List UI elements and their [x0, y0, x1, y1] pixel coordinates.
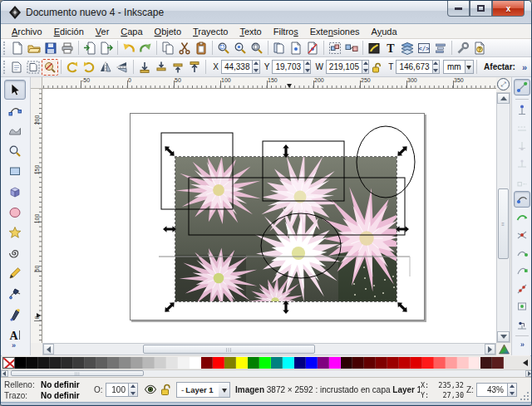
color-swatch[interactable] — [96, 357, 108, 369]
color-swatch[interactable] — [387, 357, 399, 369]
color-swatch[interactable] — [469, 357, 480, 369]
align-dialog-icon[interactable] — [432, 40, 449, 56]
opacity-spinner[interactable] — [129, 383, 138, 397]
raise-button[interactable] — [170, 59, 186, 76]
menu-extensiones[interactable]: Extensiones — [304, 26, 366, 37]
tool-ellipse[interactable] — [4, 203, 26, 223]
vertical-scrollbar[interactable]: ≡ — [496, 92, 510, 343]
color-swatch[interactable] — [259, 357, 271, 369]
new-document-icon[interactable] — [9, 40, 26, 56]
zoom-selection-icon[interactable] — [215, 40, 232, 56]
flip-vertical-button[interactable] — [114, 59, 131, 76]
color-swatch[interactable] — [434, 357, 446, 369]
vertical-ruler[interactable]: 200150100500 — [31, 89, 42, 343]
close-button[interactable]: x — [492, 1, 525, 17]
zoom-field[interactable]: 43% — [476, 383, 508, 397]
color-swatch[interactable] — [201, 357, 213, 369]
color-swatch[interactable] — [62, 357, 73, 369]
tool-pen[interactable] — [4, 284, 26, 304]
color-swatch[interactable] — [178, 357, 190, 369]
tool-3dbox[interactable] — [4, 182, 26, 202]
color-swatch[interactable] — [155, 357, 166, 369]
tool-star[interactable] — [4, 223, 26, 242]
snap-object-centers[interactable] — [514, 298, 530, 315]
layer-selector-dropdown[interactable] — [219, 382, 230, 398]
field-x-spinner[interactable] — [253, 60, 259, 74]
palette-scroll-thumb[interactable]: ||| — [11, 370, 144, 376]
color-swatch[interactable] — [248, 357, 259, 369]
color-swatch[interactable] — [73, 357, 85, 369]
title-bar[interactable]: Documento nuevo 4 - Inkscape x — [1, 1, 531, 24]
color-swatch[interactable] — [446, 357, 457, 369]
redo-icon[interactable] — [137, 40, 154, 56]
minimize-button[interactable] — [447, 1, 470, 17]
snapbar-overflow-button[interactable]: » — [516, 340, 529, 349]
cut-icon[interactable] — [176, 40, 193, 56]
toolbox-overflow-button[interactable]: » — [7, 341, 20, 350]
color-swatch[interactable] — [190, 357, 201, 369]
color-swatch[interactable] — [329, 357, 341, 369]
unit-selector[interactable]: mm — [443, 60, 466, 74]
canvas[interactable] — [42, 89, 496, 343]
raise-to-top-button[interactable] — [186, 59, 203, 76]
snap-rotation-centers[interactable] — [514, 316, 530, 333]
snap-bbox-edges[interactable] — [514, 120, 530, 136]
snap-toggle[interactable] — [514, 79, 530, 95]
snap-line-midpoints[interactable] — [514, 281, 530, 297]
menu-archivo[interactable]: Archivo — [6, 26, 48, 37]
color-swatch[interactable] — [376, 357, 387, 369]
import-icon[interactable] — [81, 40, 98, 56]
snap-bbox-corners[interactable] — [514, 138, 530, 154]
lower-to-bottom-button[interactable] — [136, 59, 153, 76]
zoom-page-icon[interactable] — [249, 40, 265, 56]
color-swatch[interactable] — [166, 357, 178, 369]
field-w[interactable]: 219,105 — [326, 60, 362, 74]
color-swatch[interactable] — [236, 357, 248, 369]
tool-zoom[interactable] — [4, 141, 26, 161]
menu-edicion[interactable]: Edición — [48, 26, 90, 37]
select-all-layers-button[interactable] — [25, 59, 42, 76]
color-swatch[interactable] — [457, 357, 469, 369]
horizontal-scroll-thumb[interactable]: ||| — [143, 345, 315, 354]
color-swatch[interactable] — [50, 357, 62, 369]
group-icon[interactable] — [327, 40, 343, 56]
undo-icon[interactable] — [121, 40, 137, 56]
menu-trayecto[interactable]: Trayecto — [187, 26, 234, 37]
color-swatch[interactable] — [85, 357, 96, 369]
no-color-swatch[interactable] — [2, 357, 15, 369]
vertical-scroll-thumb[interactable]: ≡ — [498, 188, 509, 259]
color-swatch[interactable] — [364, 357, 376, 369]
snap-cusp-nodes[interactable] — [514, 245, 530, 262]
stroke-value[interactable]: No definir — [41, 391, 80, 400]
palette-scrollbar[interactable]: ||| — [1, 369, 532, 377]
menu-ver[interactable]: Ver — [90, 26, 116, 37]
color-swatch[interactable] — [480, 357, 492, 369]
color-swatch[interactable] — [27, 357, 38, 369]
menu-objeto[interactable]: Objeto — [149, 26, 187, 37]
cms-toggle-icon[interactable] — [498, 344, 510, 355]
maximize-button[interactable] — [470, 1, 492, 17]
color-swatch[interactable] — [38, 357, 50, 369]
color-swatch[interactable] — [108, 357, 120, 369]
xml-editor-icon[interactable]: </> — [416, 40, 432, 56]
zoom-drawing-icon[interactable] — [232, 40, 249, 56]
unit-dropdown-button[interactable] — [466, 60, 475, 74]
color-swatch[interactable] — [422, 357, 434, 369]
color-swatch[interactable] — [213, 357, 224, 369]
color-swatch[interactable] — [15, 357, 27, 369]
toolbar-overflow-button[interactable]: » — [518, 62, 531, 72]
color-swatch[interactable] — [271, 357, 283, 369]
save-document-icon[interactable] — [42, 40, 59, 56]
zoom-spinner[interactable] — [508, 383, 517, 397]
rotate-ccw-button[interactable] — [64, 59, 81, 76]
horizontal-scrollbar[interactable]: ||| — [42, 343, 496, 355]
unlink-clone-icon[interactable] — [304, 40, 321, 56]
color-swatch[interactable] — [318, 357, 329, 369]
scroll-down-button[interactable] — [497, 331, 510, 342]
palette-scroll-left[interactable] — [1, 370, 8, 377]
tool-tweak[interactable] — [4, 120, 26, 140]
field-y-spinner[interactable] — [304, 60, 311, 74]
snap-nodes-toggle[interactable] — [514, 191, 530, 208]
tool-spiral[interactable] — [4, 243, 26, 263]
snap-bounding-box[interactable] — [514, 102, 530, 119]
